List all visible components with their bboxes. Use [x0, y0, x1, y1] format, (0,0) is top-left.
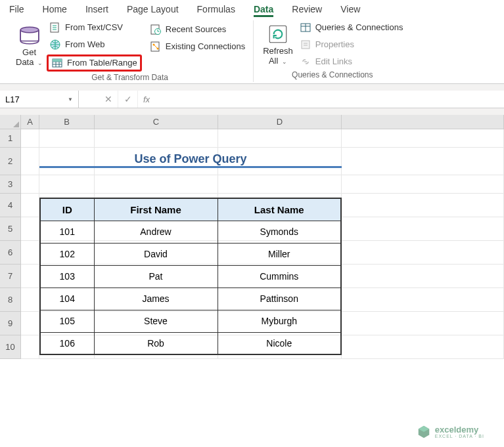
grid-area[interactable]: Use of Power Query IDFirst NameLast Name…: [21, 129, 504, 359]
ribbon: GetData ⌄ From Text/CSV From Web From Ta…: [0, 16, 504, 84]
table-cell: Rob: [94, 332, 218, 354]
text-file-icon: [49, 22, 61, 33]
select-all-corner[interactable]: [0, 115, 21, 129]
name-box-dropdown-icon[interactable]: ▼: [68, 96, 73, 102]
table-header: Last Name: [218, 198, 341, 221]
properties-button[interactable]: Properties: [297, 37, 406, 52]
col-header-blank: [342, 115, 504, 129]
name-box-value: L17: [5, 95, 20, 104]
row-header[interactable]: 2: [0, 148, 21, 175]
svg-rect-23: [302, 41, 309, 49]
svg-rect-15: [151, 42, 159, 51]
col-header-c[interactable]: C: [95, 115, 218, 129]
recent-icon: [150, 24, 162, 35]
formula-bar: L17 ▼ ✕ ✓ fx: [0, 91, 504, 108]
col-header-a[interactable]: A: [21, 115, 39, 129]
row-header[interactable]: 5: [0, 217, 21, 241]
watermark-icon: [417, 425, 431, 439]
table-cell: Andrew: [94, 221, 218, 243]
svg-rect-12: [53, 59, 62, 62]
from-web-button[interactable]: From Web: [47, 37, 142, 52]
tab-review[interactable]: Review: [292, 4, 322, 14]
row-header[interactable]: 7: [0, 265, 21, 288]
queries-connections-button[interactable]: Queries & Connections: [297, 20, 406, 35]
table-cell: Nicole: [218, 332, 341, 354]
tab-page-layout[interactable]: Page Layout: [127, 4, 179, 14]
watermark: exceldemyEXCEL · DATA · BI: [417, 425, 484, 439]
formula-input[interactable]: fx: [138, 91, 504, 108]
edit-links-button[interactable]: Edit Links: [297, 54, 406, 69]
table-cell: Myburgh: [218, 310, 341, 332]
table-cell: 104: [40, 287, 94, 310]
connections-icon: [150, 41, 162, 53]
row-header[interactable]: 3: [0, 175, 21, 194]
title-text: Use of Power Query: [134, 152, 246, 166]
svg-point-1: [20, 27, 39, 33]
confirm-formula-icon: ✓: [118, 91, 138, 108]
tab-data[interactable]: Data: [254, 4, 273, 14]
worksheet: A B C D 12345678910 Use of Power Query I…: [0, 115, 504, 359]
table-cell: James: [94, 287, 218, 310]
table-header: First Name: [94, 198, 218, 221]
name-box[interactable]: L17 ▼: [0, 91, 79, 108]
refresh-all-button[interactable]: RefreshAll ⌄: [259, 22, 297, 68]
table-cell: 101: [40, 221, 94, 243]
ribbon-tabs: File Home Insert Page Layout Formulas Da…: [0, 0, 504, 16]
row-header[interactable]: 8: [0, 288, 21, 312]
globe-icon: [49, 39, 61, 51]
table-cell: Pat: [94, 265, 218, 287]
row-header[interactable]: 6: [0, 241, 21, 265]
table-cell: Cummins: [218, 265, 341, 287]
ribbon-group-queries: RefreshAll ⌄ Queries & Connections Prope…: [254, 20, 411, 82]
tab-insert[interactable]: Insert: [85, 4, 108, 14]
links-icon: [300, 56, 311, 68]
get-data-button[interactable]: GetData ⌄: [12, 23, 47, 69]
ribbon-group-get-transform: GetData ⌄ From Text/CSV From Web From Ta…: [7, 20, 254, 82]
queries-icon: [300, 22, 311, 33]
column-headers: A B C D: [0, 115, 504, 129]
recent-sources-label: Recent Sources: [166, 25, 227, 34]
from-table-range-button[interactable]: From Table/Range: [47, 54, 142, 72]
row-headers: 12345678910: [0, 129, 21, 359]
refresh-all-label: RefreshAll ⌄: [263, 47, 293, 66]
watermark-sub: EXCEL · DATA · BI: [435, 434, 484, 438]
edit-links-label: Edit Links: [315, 57, 352, 66]
existing-connections-button[interactable]: Existing Connections: [147, 39, 248, 54]
table-cell: Steve: [94, 310, 218, 332]
table-cell: 103: [40, 265, 94, 287]
table-cell: 106: [40, 332, 94, 354]
table-cell: David: [94, 243, 218, 265]
data-table: IDFirst NameLast Name 101AndrewSymonds10…: [39, 198, 342, 355]
row-header[interactable]: 9: [0, 312, 21, 335]
col-header-b[interactable]: B: [39, 115, 95, 129]
ribbon-group1-label: Get & Transform Data: [91, 73, 168, 82]
fx-label: fx: [143, 95, 150, 104]
title-cell: Use of Power Query: [39, 152, 342, 168]
tab-view[interactable]: View: [340, 4, 360, 14]
row-header[interactable]: 10: [0, 335, 21, 359]
from-table-range-label: From Table/Range: [67, 58, 137, 68]
table-icon: [51, 57, 63, 69]
properties-icon: [300, 39, 311, 51]
table-cell: Symonds: [218, 221, 341, 243]
ribbon-group2-label: Queries & Connections: [292, 70, 373, 79]
from-text-csv-button[interactable]: From Text/CSV: [47, 20, 142, 35]
recent-sources-button[interactable]: Recent Sources: [147, 22, 248, 37]
from-web-label: From Web: [65, 40, 104, 49]
get-data-label: GetData ⌄: [16, 48, 43, 68]
col-header-d[interactable]: D: [218, 115, 342, 129]
watermark-name: exceldemy: [435, 425, 484, 434]
svg-rect-19: [269, 26, 286, 43]
tab-file[interactable]: File: [9, 4, 24, 14]
cancel-formula-icon: ✕: [99, 91, 118, 108]
tab-home[interactable]: Home: [43, 4, 67, 14]
row-header[interactable]: 1: [0, 129, 21, 148]
table-cell: 102: [40, 243, 94, 265]
table-cell: Pattinson: [218, 287, 341, 310]
table-cell: 105: [40, 310, 94, 332]
row-header[interactable]: 4: [0, 194, 21, 217]
from-text-csv-label: From Text/CSV: [65, 23, 123, 32]
table-cell: Miller: [218, 243, 341, 265]
tab-formulas[interactable]: Formulas: [197, 4, 235, 14]
database-cylinder-icon: [18, 24, 41, 47]
